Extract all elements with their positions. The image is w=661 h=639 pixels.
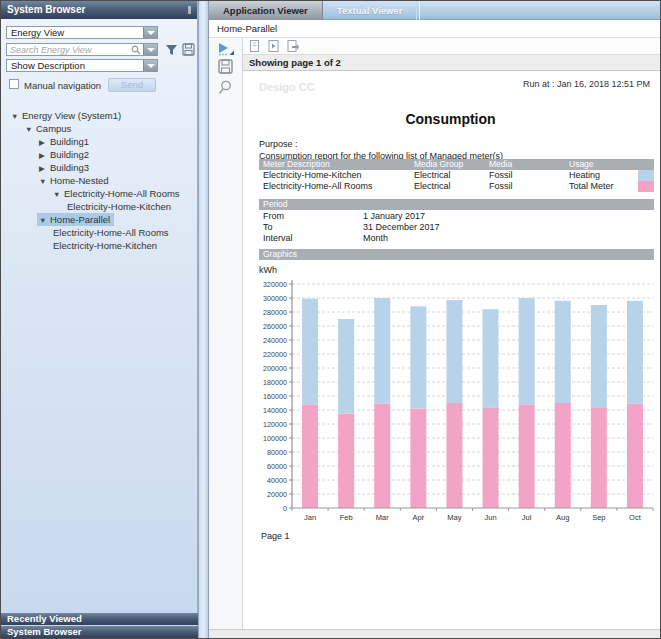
table-cell: Total Meter [569, 181, 614, 192]
tree-item[interactable]: ▼Energy View (System1) [1, 109, 197, 122]
filter-icon[interactable] [165, 44, 178, 56]
view-selector-value: Energy View [7, 27, 157, 38]
collapse-icon[interactable]: ▼ [25, 123, 36, 136]
period-label: From [263, 211, 284, 222]
series-color-swatch [638, 181, 654, 192]
tree-item-label: Electricity-Home-All Rooms [53, 227, 169, 238]
energy-view-tree: ▼Energy View (System1)▼Campus▶Building1▶… [1, 109, 197, 252]
tree-item[interactable]: ▼Electricity-Home-All Rooms [1, 187, 197, 200]
report-page: Desigo CC Run at : Jan 16, 2018 12:51 PM… [243, 71, 658, 629]
manual-navigation-label: Manual navigation [24, 80, 101, 91]
svg-text:240000: 240000 [263, 336, 287, 345]
svg-text:Jul: Jul [522, 513, 532, 522]
svg-text:Oct: Oct [629, 513, 642, 522]
manual-navigation-checkbox[interactable] [9, 79, 19, 89]
tree-item[interactable]: Electricity-Home-All Rooms [1, 226, 197, 239]
page-status-text: Showing page 1 of 2 [249, 57, 341, 68]
system-browser-title: System Browser [7, 4, 85, 15]
tree-item-label: Electricity-Home-Kitchen [53, 240, 157, 251]
panel-splitter[interactable] [198, 1, 209, 639]
run-report-icon[interactable] [217, 42, 235, 56]
tree-item[interactable]: ▶Building1 [1, 135, 197, 148]
selection-breadcrumb: Home-Parallel [209, 20, 661, 38]
collapse-icon[interactable]: ▼ [39, 175, 50, 188]
search-history-chevron-icon[interactable] [143, 44, 157, 55]
collapse-icon[interactable]: ▼ [39, 214, 50, 227]
tree-item[interactable]: ▶Building3 [1, 161, 197, 174]
column-header: Usage [569, 159, 594, 170]
collapse-icon[interactable]: ▼ [11, 110, 22, 123]
column-header: Meter Description [263, 159, 330, 170]
column-header: Media [489, 159, 512, 170]
horizontal-scrollbar-track[interactable] [209, 629, 661, 639]
system-browser-panel: System Browser Energy View Show Descript… [1, 1, 198, 638]
tree-item-label: Energy View (System1) [22, 110, 121, 121]
table-cell: Heating [569, 170, 600, 181]
svg-text:Apr: Apr [413, 513, 425, 522]
export-page-icon[interactable] [287, 40, 300, 52]
tree-item[interactable]: Electricity-Home-Kitchen [1, 200, 197, 213]
svg-text:140000: 140000 [263, 406, 287, 415]
system-browser-bar[interactable]: System Browser [1, 626, 198, 638]
chevron-down-icon[interactable] [143, 60, 157, 71]
period-row: From1 January 2017 [259, 211, 654, 222]
tree-item-label: Building1 [50, 136, 89, 147]
save-filter-icon[interactable] [182, 43, 195, 56]
svg-text:May: May [447, 513, 461, 522]
tree-item[interactable]: ▼Home-Nested [1, 174, 197, 187]
table-cell: Electricity-Home-Kitchen [263, 170, 362, 181]
svg-text:120000: 120000 [263, 420, 287, 429]
svg-text:320000: 320000 [263, 280, 287, 289]
svg-text:280000: 280000 [263, 308, 287, 317]
report-logo: Desigo CC [259, 81, 315, 93]
svg-text:200000: 200000 [263, 364, 287, 373]
view-selector-dropdown[interactable]: Energy View [6, 26, 158, 39]
table-cell: Electrical [414, 181, 451, 192]
tree-item[interactable]: ▼Home-Parallel [1, 213, 197, 226]
svg-text:0: 0 [283, 504, 287, 513]
page-setup-icon[interactable] [249, 40, 260, 52]
chevron-down-icon[interactable] [143, 27, 157, 38]
purpose-label: Purpose : [259, 139, 298, 149]
table-cell: Fossil [489, 170, 513, 181]
system-browser-header: System Browser [1, 1, 197, 19]
viewer-side-toolbar [209, 38, 243, 629]
svg-text:Aug: Aug [556, 513, 569, 522]
panel-menu-icon[interactable] [188, 6, 191, 14]
zoom-icon[interactable] [218, 80, 232, 95]
meter-table: Meter DescriptionMedia GroupMediaUsageEl… [259, 159, 654, 192]
table-row: Electricity-Home-All RoomsElectricalFoss… [259, 181, 654, 192]
app-window: System Browser Energy View Show Descript… [0, 0, 661, 639]
meter-table-header: Meter DescriptionMedia GroupMediaUsage [259, 159, 654, 170]
tab-application-viewer[interactable]: Application Viewer [209, 1, 323, 20]
tree-item[interactable]: Electricity-Home-Kitchen [1, 239, 197, 252]
svg-text:20000: 20000 [267, 490, 287, 499]
selection-label: Home-Parallel [217, 23, 277, 34]
recently-viewed-bar[interactable]: Recently Viewed [1, 613, 198, 625]
page-status: Showing page 1 of 2 [243, 55, 661, 71]
save-report-icon[interactable] [218, 59, 233, 74]
period-label: To [263, 222, 273, 233]
svg-text:Jan: Jan [304, 513, 316, 522]
tab-textual-viewer[interactable]: Textual Viewer [323, 1, 418, 20]
search-input[interactable] [10, 44, 128, 55]
collapse-icon[interactable]: ▼ [53, 188, 64, 201]
search-box [6, 43, 158, 56]
period-value: 31 December 2017 [363, 222, 440, 233]
period-value: 1 January 2017 [363, 211, 425, 222]
tree-item-label: Building2 [50, 149, 89, 160]
tree-item-label: Home-Nested [50, 175, 109, 186]
tree-item-label: Home-Parallel [50, 214, 110, 225]
display-mode-dropdown[interactable]: Show Description [6, 59, 158, 72]
svg-text:Mar: Mar [376, 513, 389, 522]
graphics-section-header: Graphics [259, 249, 654, 260]
svg-text:80000: 80000 [267, 448, 287, 457]
tree-item[interactable]: ▼Campus [1, 122, 197, 135]
send-button[interactable]: Send [108, 78, 156, 92]
next-page-icon[interactable] [268, 40, 279, 52]
tree-item[interactable]: ▶Building2 [1, 148, 197, 161]
column-header: Media Group [414, 159, 463, 170]
chart-container: 0200004000060000800001000001200001400001… [255, 277, 659, 527]
consumption-chart: 0200004000060000800001000001200001400001… [255, 277, 659, 527]
svg-text:Jun: Jun [485, 513, 497, 522]
